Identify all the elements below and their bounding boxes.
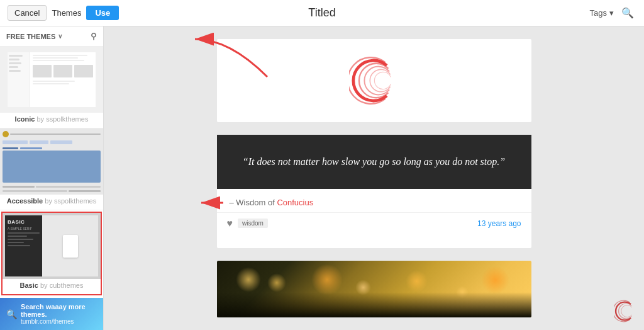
photo-image [217, 261, 531, 317]
search-more-themes[interactable]: 🔍 Search waaay more themes. tumblr.com/t… [0, 298, 103, 330]
theme-thumbnail-basic: BASIC A SIMPLE SERIF [3, 213, 101, 279]
quote-attribution: – Wisdom of Confucius [217, 189, 531, 212]
sidebar: FREE THEMES ∨ ⚲ [0, 26, 104, 330]
theme-item-accessible[interactable]: Accessible by sspolkthemes [0, 128, 103, 210]
search-more-url: tumblr.com/themes [21, 318, 97, 325]
tags-arrow-icon: ▾ [609, 8, 614, 18]
basic-label: Basic by cubthemes [3, 279, 101, 290]
tags-label: Tags [590, 8, 607, 18]
bottom-right-logo [614, 300, 636, 322]
logo-c-svg [349, 55, 399, 106]
sidebar-search-icon[interactable]: ⚲ [91, 31, 97, 41]
search-more-icon: 🔍 [6, 309, 17, 319]
post-quote: “It does not matter how slow you go so l… [217, 135, 531, 248]
cancel-button[interactable]: Cancel [8, 5, 47, 21]
quote-block: “It does not matter how slow you go so l… [217, 135, 531, 189]
theme-thumbnail-accessible [0, 128, 103, 195]
content-area: “It does not matter how slow you go so l… [104, 26, 644, 330]
tag-badge[interactable]: wisdom [238, 219, 268, 228]
arrow-basic [104, 178, 230, 228]
post-footer-left: ♥ wisdom [227, 218, 268, 229]
topbar: Cancel Themes Use Titled Tags ▾ 🔍 [0, 0, 644, 26]
heart-icon[interactable]: ♥ [227, 218, 233, 229]
sidebar-header-left: FREE THEMES ∨ [6, 33, 62, 40]
quote-text: “It does not matter how slow you go so l… [242, 154, 506, 170]
chevron-down-icon[interactable]: ∨ [58, 33, 62, 40]
iconic-label: Iconic by sspolkthemes [0, 113, 103, 124]
free-themes-label: FREE THEMES [6, 33, 55, 40]
post-footer-quote: ♥ wisdom 13 years ago [217, 212, 531, 234]
attribution-pre: – Wisdom of [230, 198, 275, 207]
basic-preview: BASIC A SIMPLE SERIF [3, 213, 101, 279]
main-layout: FREE THEMES ∨ ⚲ [0, 26, 644, 330]
post-photo [217, 261, 531, 317]
sidebar-header: FREE THEMES ∨ ⚲ [0, 26, 103, 47]
post-time: 13 years ago [477, 219, 521, 228]
search-icon[interactable]: 🔍 [621, 7, 634, 19]
page-title: Titled [308, 6, 335, 20]
themes-button[interactable]: Themes [52, 8, 81, 18]
theme-item-basic[interactable]: BASIC A SIMPLE SERIF Basic by cubthemes [1, 212, 102, 295]
search-more-label: Search waaay more themes. [21, 303, 97, 318]
iconic-preview [0, 47, 103, 113]
theme-thumbnail-iconic [0, 47, 103, 113]
accessible-label: Accessible by sspolkthemes [0, 195, 103, 206]
post-logo [217, 39, 531, 122]
use-button[interactable]: Use [86, 6, 119, 20]
attribution-link[interactable]: Confucius [277, 198, 313, 207]
topbar-right: Tags ▾ 🔍 [590, 7, 634, 19]
tags-button[interactable]: Tags ▾ [590, 8, 614, 18]
theme-item-iconic[interactable]: Iconic by sspolkthemes [0, 47, 103, 128]
accessible-preview [0, 128, 103, 195]
